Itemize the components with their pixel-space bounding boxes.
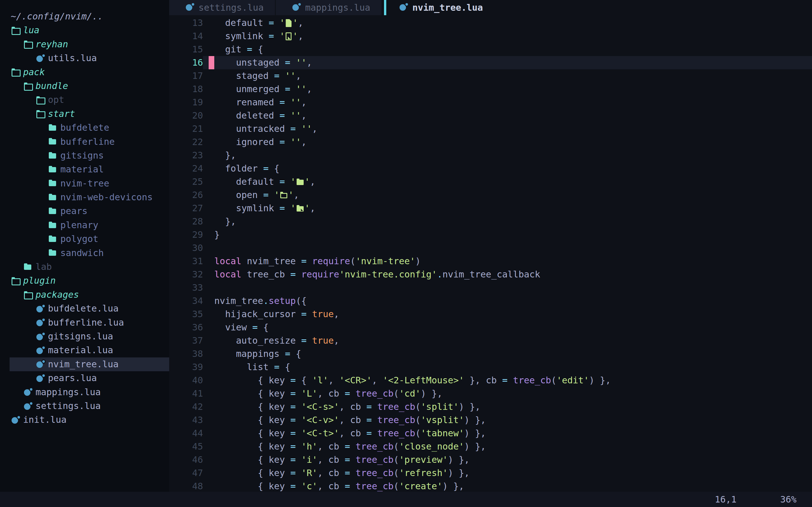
code-line-21[interactable]: 21 untracked = '', — [169, 122, 812, 135]
code-line-16[interactable]: 16 unstaged = '', — [169, 56, 812, 69]
code-line-19[interactable]: 19 renamed = '', — [169, 96, 812, 109]
code-line-28[interactable]: 28 }, — [169, 215, 812, 228]
code-line-23[interactable]: 23 }, — [169, 149, 812, 162]
line-body: { key = 'R', cb = tree_cb('refresh') }, — [203, 466, 812, 480]
code-line-31[interactable]: 31local nvim_tree = require('nvim-tree') — [169, 255, 812, 268]
tree-item-gitsigns-lua[interactable]: gitsigns.lua — [0, 330, 169, 343]
line-number: 18 — [169, 82, 203, 96]
tree-item-plugin[interactable]: plugin — [0, 274, 169, 288]
sign-column — [209, 56, 214, 69]
sign-column — [209, 175, 214, 188]
sign-column — [209, 387, 214, 400]
tree-item-pears[interactable]: pears — [0, 204, 169, 218]
tree-item-polygot[interactable]: polygot — [0, 232, 169, 246]
line-number: 19 — [169, 96, 203, 109]
line-text: { key = { 'l', '<CR>', '<2-LeftMouse>' }… — [214, 374, 611, 387]
tree-item-material-lua[interactable]: material.lua — [0, 343, 169, 357]
tree-item-bufferline[interactable]: bufferline — [0, 135, 169, 149]
sign-column — [209, 135, 214, 149]
code-line-46[interactable]: 46 { key = 'i', cb = tree_cb('preview') … — [169, 453, 812, 466]
code-line-40[interactable]: 40 { key = { 'l', '<CR>', '<2-LeftMouse>… — [169, 374, 812, 387]
code-line-44[interactable]: 44 { key = '<C-t>', cb = tree_cb('tabnew… — [169, 427, 812, 440]
tree-item-bufdelete-lua[interactable]: bufdelete.lua — [0, 302, 169, 316]
code-line-43[interactable]: 43 { key = '<C-v>', cb = tree_cb('vsplit… — [169, 413, 812, 427]
tree-item-label: gitsigns — [60, 149, 104, 163]
code-line-36[interactable]: 36 view = { — [169, 321, 812, 334]
tree-root-path[interactable]: ~/.config/nvim/.. — [0, 10, 169, 23]
line-body: { key = '<C-v>', cb = tree_cb('vsplit') … — [203, 413, 812, 427]
code-line-13[interactable]: 13 default = '', — [169, 16, 812, 30]
code-line-39[interactable]: 39 list = { — [169, 360, 812, 374]
code-line-26[interactable]: 26 open = '', — [169, 188, 812, 202]
sign-column — [209, 16, 214, 30]
file-link-green-icon — [286, 33, 292, 40]
line-number: 36 — [169, 321, 203, 334]
code-line-42[interactable]: 42 { key = '<C-s>', cb = tree_cb('split'… — [169, 400, 812, 413]
tree-item-label: packages — [36, 288, 79, 302]
tree-item-sandwich[interactable]: sandwich — [0, 246, 169, 260]
code-line-14[interactable]: 14 symlink = '', — [169, 30, 812, 43]
tree-item-init-lua[interactable]: init.lua — [0, 413, 169, 427]
tree-item-nvim-tree[interactable]: nvim-tree — [0, 177, 169, 190]
tree-item-opt[interactable]: opt — [0, 93, 169, 107]
line-text: { key = 'c', cb = tree_cb('create') }, — [214, 480, 464, 492]
statusline: 16,1 36% — [0, 492, 812, 507]
code-line-45[interactable]: 45 { key = 'h', cb = tree_cb('close_node… — [169, 440, 812, 453]
line-number: 25 — [169, 175, 203, 188]
tree-item-reyhan[interactable]: reyhan — [0, 38, 169, 51]
line-number: 13 — [169, 16, 203, 30]
tree-item-bufdelete[interactable]: bufdelete — [0, 121, 169, 135]
tree-item-bufferline-lua[interactable]: bufferline.lua — [0, 316, 169, 330]
code-line-30[interactable]: 30 — [169, 241, 812, 255]
code-line-17[interactable]: 17 staged = '', — [169, 69, 812, 82]
code-line-38[interactable]: 38 mappings = { — [169, 347, 812, 360]
tab-nvim_tree-lua[interactable]: nvim_tree.lua — [386, 0, 494, 15]
code-line-35[interactable]: 35 hijack_cursor = true, — [169, 307, 812, 321]
tree-item-nvim-web-devicons[interactable]: nvim-web-devicons — [0, 190, 169, 204]
code-line-37[interactable]: 37 auto_resize = true, — [169, 334, 812, 347]
code-area[interactable]: 13 default = '',14 symlink = '',15 git =… — [169, 15, 812, 492]
code-line-20[interactable]: 20 deleted = '', — [169, 109, 812, 122]
tree-item-label: mappings.lua — [36, 385, 101, 399]
code-line-29[interactable]: 29} — [169, 228, 812, 241]
neovim-window: ~/.config/nvim/.. luareyhanutils.luapack… — [0, 0, 812, 507]
line-text: git = { — [214, 43, 263, 56]
tree-item-label: plugin — [23, 274, 56, 288]
code-line-48[interactable]: 48 { key = 'c', cb = tree_cb('create') }… — [169, 480, 812, 492]
code-line-15[interactable]: 15 git = { — [169, 43, 812, 56]
code-line-32[interactable]: 32local tree_cb = require'nvim-tree.conf… — [169, 268, 812, 281]
tree-item-settings-lua[interactable]: settings.lua — [0, 399, 169, 413]
tree-item-nvim_tree-lua[interactable]: nvim_tree.lua — [10, 357, 169, 371]
code-line-41[interactable]: 41 { key = 'L', cb = tree_cb('cd') }, — [169, 387, 812, 400]
code-line-34[interactable]: 34nvim_tree.setup({ — [169, 294, 812, 307]
tree-item-utils-lua[interactable]: utils.lua — [0, 51, 169, 65]
line-number: 31 — [169, 255, 203, 268]
tree-item-mappings-lua[interactable]: mappings.lua — [0, 385, 169, 399]
tree-item-lua[interactable]: lua — [0, 23, 169, 37]
tree-item-start[interactable]: start — [0, 107, 169, 121]
tab-mappings-lua[interactable]: mappings.lua — [276, 0, 382, 15]
tree-item-plenary[interactable]: plenary — [0, 218, 169, 232]
tree-item-label: bufferline — [60, 135, 115, 149]
code-line-18[interactable]: 18 unmerged = '', — [169, 82, 812, 96]
tree-item-material[interactable]: material — [0, 163, 169, 176]
tree-item-bundle[interactable]: bundle — [0, 79, 169, 93]
sign-column — [209, 427, 214, 440]
code-line-22[interactable]: 22 ignored = '', — [169, 135, 812, 149]
tree-item-pack[interactable]: pack — [0, 65, 169, 79]
tab-settings-lua[interactable]: settings.lua — [169, 0, 275, 15]
tree-item-lab[interactable]: lab — [0, 260, 169, 274]
code-line-33[interactable]: 33 — [169, 281, 812, 294]
tree-item-gitsigns[interactable]: gitsigns — [0, 149, 169, 163]
code-line-24[interactable]: 24 folder = { — [169, 162, 812, 175]
tree-item-label: reyhan — [36, 38, 68, 51]
line-number: 21 — [169, 122, 203, 135]
tree-item-packages[interactable]: packages — [0, 288, 169, 302]
sign-column — [209, 202, 214, 215]
line-body: folder = { — [203, 162, 812, 175]
code-line-47[interactable]: 47 { key = 'R', cb = tree_cb('refresh') … — [169, 466, 812, 480]
code-line-25[interactable]: 25 default = '', — [169, 175, 812, 188]
tree-item-pears-lua[interactable]: pears.lua — [0, 371, 169, 385]
tree-item-label: start — [48, 107, 75, 121]
code-line-27[interactable]: 27 symlink = '', — [169, 202, 812, 215]
